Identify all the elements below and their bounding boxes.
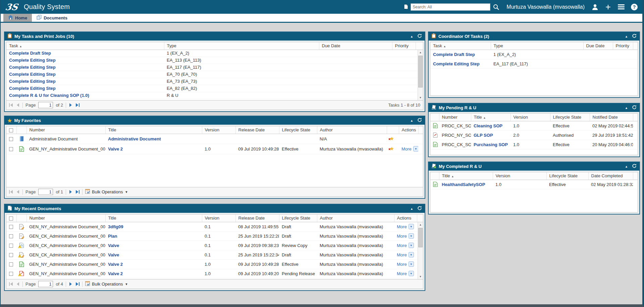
refresh-icon[interactable] — [417, 206, 422, 211]
collapse-icon[interactable]: ▲ — [625, 106, 628, 110]
more-link[interactable]: More — [397, 243, 407, 248]
more-dropdown-icon[interactable]: ▼ — [409, 271, 414, 276]
remove-favorite-icon[interactable]: ★✖ — [389, 146, 394, 151]
user-icon[interactable] — [591, 3, 599, 11]
more-link[interactable]: More — [401, 146, 412, 151]
page-input[interactable] — [38, 189, 53, 195]
col-version[interactable]: Version — [202, 126, 235, 134]
page-input[interactable] — [38, 281, 53, 287]
row-checkbox[interactable] — [9, 225, 13, 229]
help-icon[interactable]: ? — [630, 3, 638, 11]
search-input[interactable] — [411, 3, 490, 11]
col-title[interactable]: Title▲ — [471, 114, 511, 121]
scrollbar[interactable]: ▲ ▼ — [418, 222, 423, 279]
refresh-icon[interactable] — [632, 164, 637, 169]
search-icon[interactable] — [492, 3, 500, 11]
col-release-date[interactable]: Release Date — [235, 126, 279, 134]
more-link[interactable]: More — [397, 234, 407, 239]
next-page-button[interactable] — [69, 190, 72, 194]
row-checkbox[interactable] — [9, 137, 13, 141]
col-priority[interactable]: Priority — [613, 42, 633, 50]
col-title[interactable]: Title — [105, 214, 202, 222]
document-title-link[interactable]: Valve 2 — [108, 146, 123, 151]
col-author[interactable]: Author — [317, 214, 394, 222]
page-input[interactable] — [38, 102, 53, 108]
task-link[interactable]: Complete Editing Step — [9, 86, 56, 91]
tab-home[interactable]: Home — [3, 14, 32, 22]
col-release-date[interactable]: Release Date — [235, 214, 279, 222]
col-due-date[interactable]: Due Date — [319, 42, 392, 50]
task-link[interactable]: Complete Editing Step — [9, 79, 56, 84]
document-title-link[interactable]: Plan — [108, 234, 117, 239]
document-title-link[interactable]: Valve 2 — [108, 262, 123, 267]
prev-page-button[interactable] — [16, 190, 20, 194]
document-title-link[interactable]: Valve — [108, 243, 119, 248]
col-number[interactable]: Number — [26, 214, 105, 222]
row-checkbox[interactable] — [9, 244, 13, 248]
first-page-button[interactable] — [9, 282, 13, 286]
last-page-button[interactable] — [75, 190, 79, 194]
menu-icon[interactable] — [617, 3, 625, 11]
col-version[interactable]: Version — [493, 172, 546, 180]
more-link[interactable]: More — [397, 252, 407, 257]
task-link[interactable]: Complete Editing Step — [9, 58, 56, 63]
refresh-icon[interactable] — [417, 118, 422, 123]
col-task[interactable]: Task▲ — [430, 42, 491, 50]
more-dropdown-icon[interactable]: ▼ — [409, 233, 414, 239]
search-context-icon[interactable] — [404, 4, 409, 10]
next-page-button[interactable] — [69, 282, 72, 286]
first-page-button[interactable] — [9, 103, 13, 107]
col-notified-date[interactable]: Notified Date — [590, 114, 633, 121]
user-name[interactable]: Murtuza Vasowalla (mvasowalla) — [506, 4, 585, 10]
bulk-operations-button[interactable]: Bulk Operations ▼ — [85, 189, 128, 195]
more-link[interactable]: More — [397, 262, 407, 267]
scroll-up-icon[interactable]: ▲ — [418, 50, 423, 55]
scroll-up-icon[interactable]: ▲ — [418, 222, 423, 227]
col-title[interactable]: Title — [105, 126, 202, 134]
col-task[interactable]: Task▲ — [6, 42, 164, 50]
more-dropdown-icon[interactable]: ▼ — [409, 243, 414, 248]
col-priority[interactable]: Priority — [392, 42, 416, 50]
col-version[interactable]: Version — [511, 114, 550, 121]
refresh-icon[interactable] — [632, 105, 637, 111]
row-checkbox[interactable] — [9, 272, 13, 276]
task-link[interactable]: Complete Draft Step — [9, 51, 51, 56]
col-date-completed[interactable]: Date Completed — [588, 172, 633, 180]
more-link[interactable]: More — [397, 271, 407, 276]
remove-favorite-icon[interactable]: ★✖ — [389, 136, 394, 141]
document-title-link[interactable]: Valve 2 — [108, 271, 123, 276]
col-due-date[interactable]: Due Date — [583, 42, 613, 50]
col-type[interactable]: Type — [164, 42, 319, 50]
row-checkbox[interactable] — [9, 262, 13, 266]
more-dropdown-icon[interactable]: ▼ — [413, 146, 418, 151]
scroll-down-icon[interactable]: ▼ — [418, 95, 423, 100]
scroll-down-icon[interactable]: ▼ — [418, 274, 423, 279]
prev-page-button[interactable] — [16, 282, 20, 286]
col-number[interactable]: Number — [26, 126, 105, 134]
col-lifecycle-state[interactable]: Lifecycle State — [550, 114, 590, 121]
collapse-icon[interactable]: ▲ — [625, 165, 628, 168]
more-dropdown-icon[interactable]: ▼ — [409, 224, 414, 229]
select-all-checkbox[interactable] — [9, 217, 13, 221]
collapse-icon[interactable]: ▲ — [410, 119, 413, 122]
document-title-link[interactable]: Cleaning SOP — [474, 123, 502, 128]
scrollbar-thumb[interactable] — [418, 228, 423, 247]
col-type[interactable]: Type — [491, 42, 583, 50]
collapse-icon[interactable]: ▲ — [410, 35, 413, 38]
col-version[interactable]: Version — [202, 214, 235, 222]
next-page-button[interactable] — [69, 103, 72, 107]
more-dropdown-icon[interactable]: ▼ — [409, 252, 414, 257]
last-page-button[interactable] — [75, 103, 79, 107]
scrollbar[interactable]: ▲ ▼ — [418, 50, 423, 100]
more-dropdown-icon[interactable]: ▼ — [409, 261, 414, 267]
task-link[interactable]: Complete R & U for Cleaning SOP (1.0) — [9, 93, 89, 98]
collapse-icon[interactable]: ▲ — [410, 207, 413, 210]
col-lifecycle-state[interactable]: Lifecycle State — [546, 172, 588, 180]
refresh-icon[interactable] — [632, 34, 637, 39]
refresh-icon[interactable] — [417, 34, 422, 39]
col-lifecycle-state[interactable]: Lifecycle State — [279, 214, 317, 222]
document-title-link[interactable]: 3dfig09 — [108, 224, 123, 229]
document-title-link[interactable]: Purchasing SOP — [474, 142, 508, 147]
last-page-button[interactable] — [75, 282, 79, 286]
scrollbar-thumb[interactable] — [418, 56, 423, 87]
